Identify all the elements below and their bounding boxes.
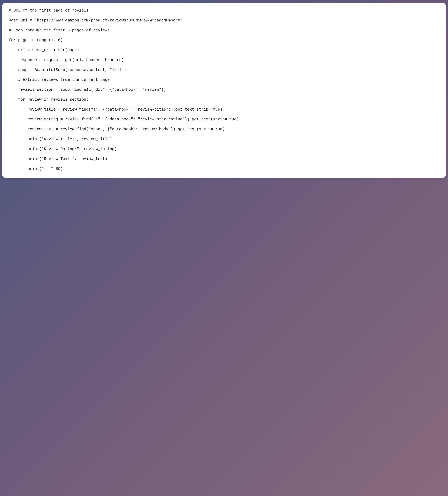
code-container: # URL of the first page of reviews base_… <box>2 3 446 178</box>
code-block: # URL of the first page of reviews base_… <box>9 8 439 171</box>
